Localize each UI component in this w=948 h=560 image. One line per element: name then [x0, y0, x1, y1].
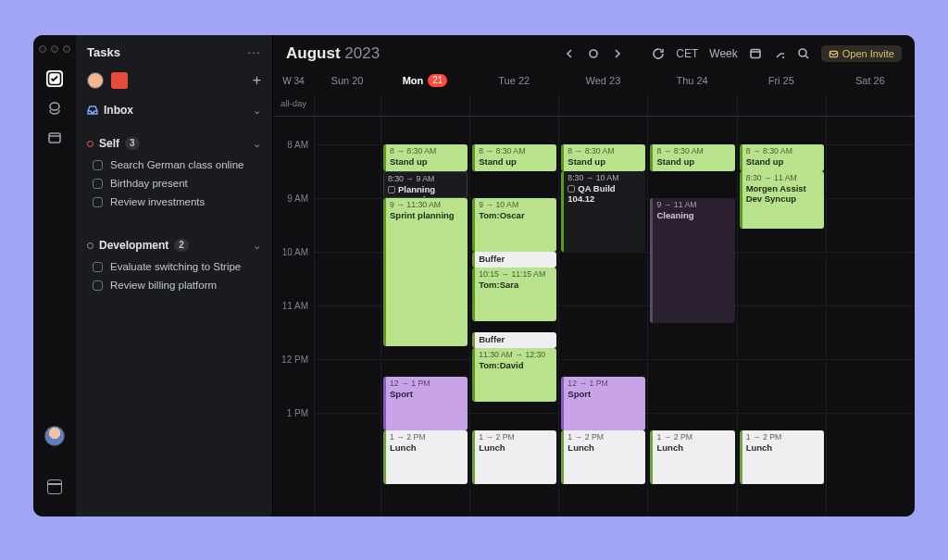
svg-rect-4 — [751, 50, 760, 58]
open-invite-button[interactable]: Open Invite — [821, 45, 902, 62]
calendar-event[interactable]: 1 → 2 PMLunch — [740, 430, 824, 484]
checkbox-icon[interactable] — [93, 280, 103, 291]
calendar-topbar: August 2023 CET Week Open Invite — [273, 35, 915, 68]
calendar-event[interactable]: 8 → 8:30 AMStand up — [472, 144, 556, 171]
col-thu[interactable]: 8 → 8:30 AMStand up9 → 11 AMCleaning1 → … — [647, 117, 736, 516]
calendar-event[interactable]: 8 → 8:30 AMStand up — [383, 144, 468, 171]
calendar-event[interactable]: 1 → 2 PMLunch — [383, 430, 468, 484]
svg-line-8 — [805, 56, 808, 58]
svg-point-7 — [799, 49, 806, 56]
activity-rail — [33, 35, 76, 516]
account-avatar-1[interactable] — [87, 72, 104, 89]
day-wed[interactable]: Wed 23 — [558, 74, 647, 87]
task-label: Search German class online — [110, 159, 243, 170]
loop-rail-icon[interactable] — [45, 99, 64, 118]
self-color-dot — [87, 141, 94, 147]
calendar-event[interactable]: 12 → 1 PMSport — [561, 377, 645, 430]
sidebar-title: Tasks — [87, 45, 120, 59]
dev-section-header[interactable]: Development 2 ⌄ — [87, 233, 261, 257]
calendar-event[interactable]: 12 → 1 PMSport — [383, 377, 468, 430]
calendar-event[interactable]: 9 → 10 AMTom:Oscar — [472, 198, 556, 252]
calendar-event[interactable]: 8:30 → 11 AMMorgen Assist Dev Syncup — [740, 171, 824, 229]
day-thu[interactable]: Thu 24 — [647, 74, 736, 87]
calendar-event[interactable]: 8:30 → 9 AMPlanning preparation — [383, 171, 468, 198]
calendar-event[interactable]: 8 → 8:30 AMStand up — [740, 144, 824, 171]
calendar-rail-icon[interactable] — [45, 478, 64, 496]
checkbox-icon[interactable] — [93, 262, 103, 272]
view-selector[interactable]: Week — [709, 47, 737, 60]
calendar-event[interactable]: Buffer — [472, 252, 556, 268]
task-item[interactable]: Review billing platform — [87, 276, 261, 294]
self-section-header[interactable]: Self 3 ⌄ — [87, 131, 261, 156]
col-sun[interactable] — [314, 117, 380, 516]
day-fri[interactable]: Fri 25 — [737, 74, 826, 87]
calendar-event[interactable]: 1 → 2 PMLunch — [472, 430, 556, 484]
calendar-event[interactable]: 1 → 2 PMLunch — [650, 430, 734, 484]
app-window: Tasks ··· + Inbox ⌄ Self 3 ⌄ Search Germ… — [33, 35, 915, 516]
col-fri[interactable]: 8 → 8:30 AMStand up8:30 → 11 AMMorgen As… — [737, 117, 826, 516]
calendar-event[interactable]: 9 → 11 AMCleaning — [650, 198, 734, 323]
calendar-grid-wrap: W 34 Sun 20 Mon21 Tue 22 Wed 23 Thu 24 F… — [273, 68, 915, 516]
calendar-event[interactable]: 10:15 → 11:15 AMTom:Sara — [472, 268, 556, 321]
next-button[interactable] — [611, 47, 624, 60]
task-item[interactable]: Review investments — [87, 193, 261, 211]
tasks-sidebar: Tasks ··· + Inbox ⌄ Self 3 ⌄ Search Germ… — [76, 35, 272, 516]
day-tue[interactable]: Tue 22 — [469, 74, 558, 87]
allday-row: all-day — [273, 91, 915, 117]
task-item[interactable]: Search German class online — [87, 156, 261, 174]
checkbox-icon[interactable] — [93, 197, 103, 207]
add-account-icon[interactable]: + — [253, 72, 261, 89]
col-tue[interactable]: 8 → 8:30 AMStand up9 → 10 AMTom:OscarBuf… — [469, 117, 558, 516]
day-mon[interactable]: Mon21 — [380, 74, 469, 87]
month-title: August 2023 — [286, 44, 380, 63]
today-button[interactable] — [587, 47, 600, 60]
calendar-event[interactable]: 9 → 11:30 AMSprint planning — [383, 198, 468, 346]
timezone-label[interactable]: CET — [676, 47, 698, 60]
svg-rect-1 — [49, 133, 60, 143]
archive-rail-icon[interactable] — [45, 129, 64, 147]
checkbox-icon[interactable] — [93, 179, 103, 189]
date-picker-icon[interactable] — [749, 47, 762, 60]
task-item[interactable]: Evaluate switching to Stripe — [87, 257, 261, 276]
svg-point-3 — [590, 50, 597, 57]
col-mon[interactable]: 8 → 8:30 AMStand up8:30 → 9 AMPlanning p… — [380, 117, 469, 516]
time-column: 8 AM9 AM10 AM11 AM12 PM1 PM — [273, 117, 314, 516]
checkbox-icon[interactable] — [388, 186, 395, 193]
calendar-event[interactable]: 1 → 2 PMLunch — [561, 430, 645, 484]
col-sat[interactable] — [826, 117, 915, 516]
task-label: Evaluate switching to Stripe — [110, 261, 241, 272]
checkbox-icon[interactable] — [568, 185, 575, 193]
dev-color-dot — [87, 243, 94, 249]
calendar-event[interactable]: 8 → 8:30 AMStand up — [561, 144, 645, 171]
user-avatar[interactable] — [44, 426, 65, 446]
task-item[interactable]: Birthday present — [87, 174, 261, 193]
calendar-event[interactable]: 8:30 → 10 AMQA Build 104.12 — [561, 171, 645, 252]
task-label: Birthday present — [110, 178, 188, 189]
search-icon[interactable] — [797, 47, 810, 60]
day-sun[interactable]: Sun 20 — [314, 74, 380, 87]
calendar-event[interactable]: Buffer — [472, 332, 556, 348]
chevron-down-icon: ⌄ — [253, 138, 261, 150]
prev-button[interactable] — [563, 47, 576, 60]
window-controls[interactable] — [39, 43, 70, 53]
refresh-button[interactable] — [652, 47, 665, 60]
account-row: + — [76, 67, 272, 98]
checkbox-icon[interactable] — [93, 160, 103, 170]
inbox-section-header[interactable]: Inbox ⌄ — [87, 98, 261, 122]
command-icon[interactable] — [773, 47, 786, 60]
allday-label: all-day — [273, 91, 314, 116]
calendar-event[interactable]: 8 → 8:30 AMStand up — [650, 144, 734, 171]
day-header-row: W 34 Sun 20 Mon21 Tue 22 Wed 23 Thu 24 F… — [273, 68, 915, 91]
inbox-icon — [87, 105, 98, 116]
time-grid[interactable]: 8 AM9 AM10 AM11 AM12 PM1 PM 8 → 8:30 AMS… — [273, 117, 915, 516]
week-number: W 34 — [273, 74, 314, 87]
task-label: Review billing platform — [110, 280, 217, 291]
task-label: Review investments — [110, 196, 205, 207]
account-avatar-2[interactable] — [111, 72, 128, 89]
day-sat[interactable]: Sat 26 — [826, 74, 915, 87]
chevron-down-icon: ⌄ — [253, 240, 261, 252]
more-icon[interactable]: ··· — [247, 44, 261, 59]
tasks-rail-icon[interactable] — [45, 69, 64, 88]
calendar-event[interactable]: 11:30 AM → 12:30Tom:David — [472, 348, 556, 402]
col-wed[interactable]: 8 → 8:30 AMStand up8:30 → 10 AMQA Build … — [558, 117, 647, 516]
